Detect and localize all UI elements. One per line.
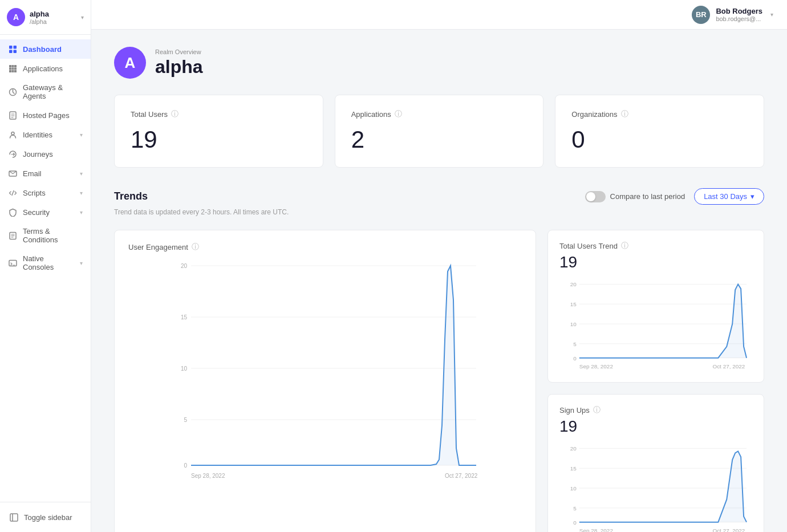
email-chevron-icon: ▾: [80, 170, 83, 177]
svg-text:0: 0: [573, 355, 577, 362]
realm-selector[interactable]: A alpha /alpha ▾: [0, 0, 91, 35]
toggle-sidebar-btn[interactable]: Toggle sidebar: [8, 509, 83, 525]
applications-info-icon[interactable]: ⓘ: [395, 109, 402, 119]
native-consoles-chevron-icon: ▾: [80, 260, 83, 266]
svg-marker-32: [191, 266, 476, 465]
sidebar-item-email[interactable]: Email ▾: [0, 164, 91, 183]
trends-title: Trends: [114, 190, 148, 202]
sidebar-item-label: Email: [23, 169, 42, 178]
stat-cards: Total Users ⓘ 19 Applications ⓘ 2 Organi…: [114, 95, 764, 168]
sidebar-item-hosted-pages[interactable]: Hosted Pages: [0, 105, 91, 125]
sidebar-item-label: Hosted Pages: [23, 111, 70, 120]
total-users-trend-info-icon[interactable]: ⓘ: [621, 241, 628, 251]
identities-chevron-icon: ▾: [80, 132, 83, 138]
user-chevron-icon: ▾: [770, 11, 773, 18]
chart-sign-ups: Sign Ups ⓘ 19 20 15 10: [547, 394, 764, 532]
total-users-info-icon[interactable]: ⓘ: [171, 109, 179, 119]
compare-toggle-switch[interactable]: [585, 191, 606, 202]
terms-icon: [8, 231, 17, 240]
sidebar: A alpha /alpha ▾ Dashboard Applications …: [0, 0, 91, 532]
sidebar-item-journeys[interactable]: Journeys: [0, 144, 91, 164]
svg-rect-9: [14, 67, 17, 70]
realm-avatar: A: [7, 8, 25, 26]
trends-section: Trends Compare to last period Last 30 Da…: [114, 188, 764, 532]
toggle-sidebar-footer[interactable]: Toggle sidebar: [0, 502, 91, 532]
user-avatar: BR: [692, 6, 710, 24]
chart-user-engagement: User Engagement ⓘ 20 15 10: [114, 230, 536, 532]
sign-ups-info-icon[interactable]: ⓘ: [593, 405, 601, 415]
scripts-chevron-icon: ▾: [80, 190, 83, 196]
trends-header: Trends Compare to last period Last 30 Da…: [114, 188, 764, 205]
svg-rect-19: [10, 514, 18, 521]
user-menu[interactable]: BR Bob Rodgers bob.rodgers@... ▾: [692, 6, 773, 24]
svg-text:20: 20: [570, 281, 577, 287]
sidebar-item-label: Scripts: [23, 189, 46, 197]
svg-marker-58: [579, 451, 747, 522]
hosted-pages-icon: [8, 111, 17, 120]
toggle-sidebar-icon: [9, 513, 18, 522]
realm-chevron-icon: ▾: [81, 14, 84, 21]
security-chevron-icon: ▾: [80, 209, 83, 216]
trends-subtitle: Trend data is updated every 2-3 hours. A…: [114, 208, 764, 216]
sidebar-item-identities[interactable]: Identities ▾: [0, 125, 91, 144]
chart-total-users-title: Total Users Trend: [559, 242, 618, 250]
svg-text:5: 5: [573, 505, 577, 511]
sidebar-item-label: Native Consoles: [23, 254, 74, 271]
sidebar-item-dashboard[interactable]: Dashboard: [0, 39, 91, 59]
sidebar-item-label: Applications: [23, 64, 63, 73]
sidebar-item-security[interactable]: Security ▾: [0, 202, 91, 222]
svg-text:15: 15: [570, 301, 577, 307]
svg-marker-45: [579, 284, 747, 358]
svg-text:Oct 27, 2022: Oct 27, 2022: [445, 473, 478, 479]
page-content: A Realm Overview alpha Total Users ⓘ 19 …: [91, 30, 787, 532]
sidebar-item-terms-conditions[interactable]: Terms & Conditions: [0, 222, 91, 249]
right-charts: Total Users Trend ⓘ 19 20 15 10: [547, 230, 764, 532]
chart-sign-ups-title: Sign Ups: [559, 406, 590, 415]
user-engagement-info-icon[interactable]: ⓘ: [192, 242, 199, 252]
stat-card-applications: Applications ⓘ 2: [335, 95, 544, 168]
stat-label-total-users: Total Users: [131, 110, 168, 119]
stat-card-organizations: Organizations ⓘ 0: [555, 95, 764, 168]
svg-rect-6: [14, 65, 17, 67]
organizations-info-icon[interactable]: ⓘ: [621, 109, 628, 119]
user-engagement-chart: 20 15 10 5 0 Sep 28, 2022 Oct 27, 2022: [128, 254, 522, 482]
native-consoles-icon: [8, 258, 17, 267]
charts-grid: User Engagement ⓘ 20 15 10: [114, 230, 764, 532]
compare-label: Compare to last period: [610, 192, 685, 201]
stat-card-total-users: Total Users ⓘ 19: [114, 95, 323, 168]
sidebar-nav: Dashboard Applications Gateways & Agents…: [0, 35, 91, 502]
period-selector-btn[interactable]: Last 30 Days ▾: [694, 188, 764, 205]
svg-text:0: 0: [573, 519, 577, 526]
stat-value-organizations: 0: [571, 126, 748, 153]
svg-text:Oct 27, 2022: Oct 27, 2022: [712, 527, 745, 532]
realm-path: /alpha: [30, 18, 76, 25]
total-users-trend-chart: 20 15 10 5 0 Sep 28, 2022 Oct 27, 2022: [559, 278, 752, 369]
svg-text:20: 20: [181, 263, 188, 269]
svg-rect-8: [11, 67, 14, 70]
svg-text:Sep 28, 2022: Sep 28, 2022: [579, 527, 614, 532]
sidebar-item-native-consoles[interactable]: Native Consoles ▾: [0, 249, 91, 277]
user-name: Bob Rodgers: [716, 7, 762, 15]
sign-ups-chart: 20 15 10 5 0 Sep 28, 2022 Oct 27, 2022: [559, 442, 752, 532]
stat-label-organizations: Organizations: [571, 110, 617, 119]
sidebar-item-gateways-agents[interactable]: Gateways & Agents: [0, 78, 91, 105]
realm-overview-avatar: A: [114, 47, 146, 79]
topbar: BR Bob Rodgers bob.rodgers@... ▾: [91, 0, 787, 30]
svg-text:15: 15: [181, 314, 188, 320]
user-email: bob.rodgers@...: [716, 15, 762, 22]
security-icon: [8, 208, 17, 217]
compare-toggle: Compare to last period: [585, 191, 685, 202]
realm-name: alpha: [30, 10, 76, 18]
svg-text:10: 10: [570, 321, 577, 327]
svg-text:Sep 28, 2022: Sep 28, 2022: [191, 473, 225, 479]
sidebar-item-scripts[interactable]: Scripts ▾: [0, 183, 91, 202]
sidebar-item-label: Gateways & Agents: [23, 83, 83, 100]
stat-value-total-users: 19: [131, 126, 307, 153]
sidebar-item-label: Identities: [23, 131, 52, 139]
chart-total-users-value: 19: [559, 253, 752, 271]
svg-rect-2: [9, 50, 13, 53]
svg-point-15: [11, 132, 14, 135]
svg-text:10: 10: [570, 485, 577, 492]
sidebar-item-applications[interactable]: Applications: [0, 59, 91, 78]
svg-rect-4: [9, 65, 11, 67]
